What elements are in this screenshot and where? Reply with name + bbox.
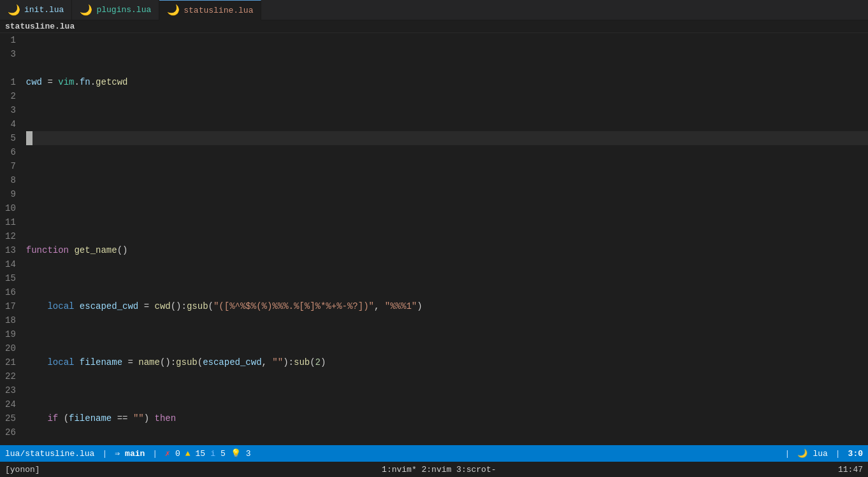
- status-error-icon: ✗: [165, 448, 170, 459]
- tab-icon-plugins: 🌙: [80, 4, 92, 17]
- status-branch: main: [125, 449, 145, 459]
- code-line-f1: function get_name(): [26, 243, 868, 257]
- code-line-3: [26, 131, 868, 145]
- file-path-bar: statusline.lua: [0, 20, 868, 33]
- status-position: 3:0: [848, 449, 863, 459]
- status-hint-icon: 💡: [231, 448, 241, 459]
- cmd-sessions: 1:nvim* 2:nvim 3:scrot-: [382, 465, 496, 474]
- tab-icon-statusline: 🌙: [167, 4, 180, 17]
- tab-icon-init: 🌙: [8, 4, 20, 17]
- status-error-count: 0: [175, 449, 180, 459]
- status-bar: lua/statusline.lua | ⇒ main | ✗ 0 ▲ 15 i…: [0, 445, 868, 462]
- status-filepath: lua/statusline.lua: [5, 449, 94, 459]
- tab-plugins[interactable]: 🌙 plugins.lua: [72, 0, 159, 20]
- cmd-time: 11:47: [838, 465, 863, 474]
- status-sep4: |: [835, 449, 841, 459]
- code-line-1: cwd = vim.fn.getcwd: [26, 75, 868, 89]
- status-info-icon: i: [210, 449, 215, 459]
- code-line-f2: local escaped_cwd = cwd():gsub("([%^%$%(…: [26, 299, 868, 313]
- command-bar: [yonon] 1:nvim* 2:nvim 3:scrot- 11:47: [0, 462, 868, 477]
- status-warn-count: 15: [196, 449, 206, 459]
- code-line-f4: if (filename == "") then: [26, 411, 868, 425]
- status-filetype-icon: 🌙: [797, 448, 807, 459]
- status-sep3: |: [785, 449, 790, 459]
- status-info-count: 5: [221, 449, 226, 459]
- code-line-blank1: [26, 187, 868, 201]
- line-numbers: 1 3 1 2 3 4 5 6 7 8 9 10 11 12 13 14 15 …: [0, 33, 21, 445]
- code-line-f3: local filename = name():gsub(escaped_cwd…: [26, 355, 868, 369]
- tab-statusline[interactable]: 🌙 statusline.lua: [159, 0, 261, 20]
- status-filetype: lua: [813, 449, 827, 459]
- code-area[interactable]: 1 3 1 2 3 4 5 6 7 8 9 10 11 12 13 14 15 …: [0, 33, 868, 445]
- editor: 1 3 1 2 3 4 5 6 7 8 9 10 11 12 13 14 15 …: [0, 33, 868, 445]
- cmd-mode: [yonon]: [5, 465, 40, 474]
- status-left: lua/statusline.lua | ⇒ main | ✗ 0 ▲ 15 i…: [5, 448, 783, 459]
- status-warn-icon: ▲: [185, 449, 191, 459]
- code-content[interactable]: cwd = vim.fn.getcwd function get_name() …: [21, 33, 868, 445]
- tab-bar: 🌙 init.lua 🌙 plugins.lua 🌙 statusline.lu…: [0, 0, 868, 20]
- status-sep2: |: [152, 449, 157, 459]
- tab-label-plugins: plugins.lua: [96, 5, 151, 15]
- tab-init[interactable]: 🌙 init.lua: [0, 0, 72, 20]
- cmd-left: [yonon]: [5, 465, 40, 474]
- status-sep1: |: [102, 449, 107, 459]
- tab-label-init: init.lua: [24, 5, 64, 15]
- tab-label-statusline: statusline.lua: [184, 6, 253, 15]
- status-right: | 🌙 lua | 3:0: [783, 448, 863, 459]
- status-branch-icon: ⇒: [115, 448, 120, 459]
- status-hint-count: 3: [246, 449, 251, 459]
- file-path-text: statusline.lua: [5, 22, 75, 31]
